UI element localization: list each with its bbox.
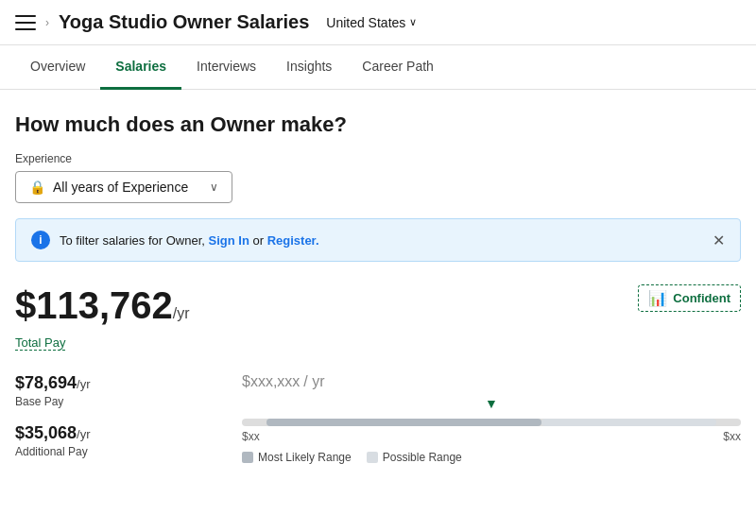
range-min-label: $xx	[242, 430, 260, 443]
main-salary-period: /yr	[173, 305, 190, 321]
main-salary-block: $113,762/yr	[15, 284, 190, 327]
dropdown-chevron-icon: ∨	[210, 180, 218, 194]
range-max-label: $xx	[723, 430, 741, 443]
base-pay-label: Base Pay	[15, 395, 204, 408]
top-bar: › Yoga Studio Owner Salaries United Stat…	[0, 0, 756, 45]
tab-overview[interactable]: Overview	[15, 45, 100, 90]
hidden-salary-period: / yr	[303, 373, 324, 390]
additional-pay-item: $35,068/yr Additional Pay	[15, 423, 204, 458]
legend-likely-dot	[242, 452, 253, 463]
legend-likely-label: Most Likely Range	[258, 451, 352, 464]
left-pay-section: $78,694/yr Base Pay $35,068/yr Additiona…	[15, 373, 204, 473]
register-link[interactable]: Register.	[267, 233, 319, 248]
right-pay-section: $xxx,xxx / yr ▼ $xx $xx Most Likely Rang…	[204, 373, 741, 464]
range-bar: $xx $xx	[242, 419, 741, 443]
breadcrumb-arrow: ›	[45, 16, 49, 29]
base-pay-item: $78,694/yr Base Pay	[15, 373, 204, 408]
range-bar-track	[242, 419, 741, 426]
sign-in-link[interactable]: Sign In	[209, 233, 249, 248]
lock-icon: 🔒	[29, 180, 45, 195]
info-banner: i To filter salaries for Owner, Sign In …	[15, 218, 741, 262]
additional-pay-label: Additional Pay	[15, 445, 204, 458]
base-pay-amount: $78,694	[15, 373, 77, 392]
dropdown-indicator-icon: ▼	[242, 396, 741, 411]
range-labels: $xx $xx	[242, 430, 741, 443]
hidden-salary-value: $xxx,xxx	[242, 373, 300, 390]
base-pay-period: /yr	[77, 377, 90, 391]
additional-pay-amount: $35,068	[15, 423, 77, 442]
legend-possible-label: Possible Range	[383, 451, 462, 464]
tab-interviews[interactable]: Interviews	[181, 45, 271, 90]
page-title: Yoga Studio Owner Salaries	[59, 11, 309, 33]
tab-salaries[interactable]: Salaries	[100, 45, 181, 90]
location-selector[interactable]: United States ∨	[326, 15, 417, 30]
base-pay-row: $78,694/yr	[15, 373, 204, 393]
experience-label: Experience	[15, 152, 741, 165]
tab-insights[interactable]: Insights	[271, 45, 347, 90]
info-text: To filter salaries for Owner, Sign In or…	[60, 233, 703, 248]
nav-tabs: Overview Salaries Interviews Insights Ca…	[0, 45, 756, 90]
experience-dropdown[interactable]: 🔒 All years of Experience ∨	[15, 171, 232, 203]
confident-badge: 📊 Confident	[638, 284, 741, 312]
main-salary-value: $113,762	[15, 284, 173, 326]
total-pay-label[interactable]: Total Pay	[15, 335, 65, 351]
additional-pay-period: /yr	[77, 427, 90, 441]
additional-pay-row: $35,068/yr	[15, 423, 204, 443]
info-icon: i	[31, 231, 50, 249]
confident-icon: 📊	[648, 289, 667, 307]
menu-button[interactable]	[15, 15, 36, 30]
range-bar-possible	[541, 419, 716, 426]
legend-possible: Possible Range	[367, 451, 462, 464]
range-bar-fill	[266, 419, 541, 426]
experience-value: All years of Experience	[53, 180, 188, 195]
salary-display: $113,762/yr 📊 Confident	[15, 284, 741, 327]
confident-label: Confident	[673, 291, 730, 305]
section-title: How much does an Owner make?	[15, 112, 741, 137]
location-label: United States	[326, 15, 405, 30]
main-salary-row: $113,762/yr	[15, 284, 190, 327]
location-chevron-icon: ∨	[409, 16, 417, 28]
pay-breakdown: $78,694/yr Base Pay $35,068/yr Additiona…	[15, 373, 741, 473]
main-content: How much does an Owner make? Experience …	[0, 90, 756, 496]
close-icon[interactable]: ✕	[713, 232, 725, 249]
legend-likely: Most Likely Range	[242, 451, 352, 464]
legend: Most Likely Range Possible Range	[242, 451, 741, 464]
tab-career-path[interactable]: Career Path	[347, 45, 448, 90]
legend-possible-dot	[367, 452, 378, 463]
